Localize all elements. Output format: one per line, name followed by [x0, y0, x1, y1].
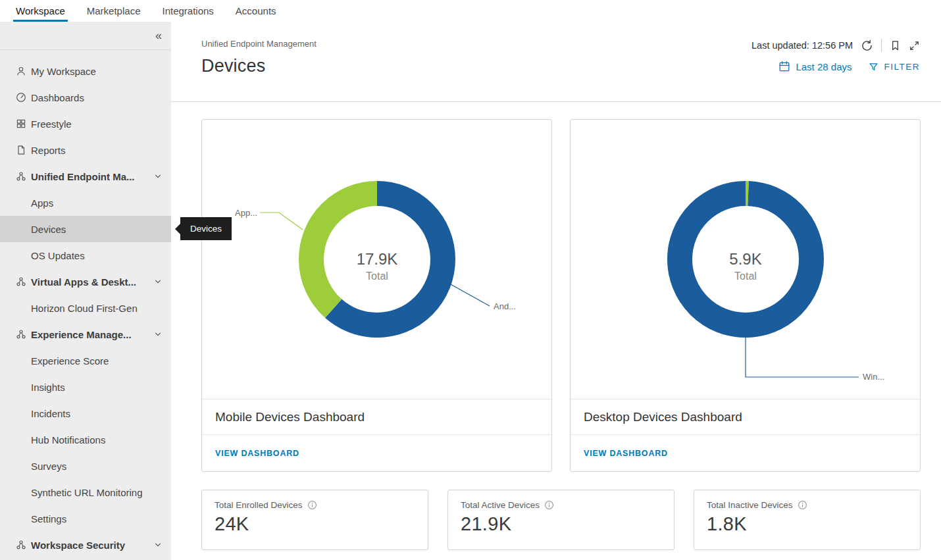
- org-nodes-icon: [16, 540, 26, 550]
- sidebar-item-incidents[interactable]: Incidents: [0, 400, 171, 426]
- bookmark-icon[interactable]: [890, 40, 901, 51]
- sidebar-item-label: Horizon Cloud First-Gen: [31, 303, 138, 314]
- info-icon[interactable]: [798, 500, 807, 510]
- donut-total-value: 5.9K: [729, 250, 761, 268]
- org-nodes-icon: [16, 276, 26, 287]
- filter-label: FILTER: [884, 62, 920, 72]
- kpi-label: Total Active Devices: [461, 500, 540, 510]
- kpi-label: Total Inactive Devices: [707, 500, 793, 510]
- sidebar-item-experience-management[interactable]: Experience Manage...: [0, 321, 171, 347]
- page-header: Unified Endpoint Management Devices Last…: [171, 22, 941, 102]
- donut-total-value: 17.9K: [357, 250, 398, 268]
- breadcrumb: Unified Endpoint Management: [201, 39, 317, 49]
- kpi-label: Total Enrolled Devices: [215, 500, 303, 510]
- sidebar-item-reports[interactable]: Reports: [0, 137, 171, 163]
- header-right: Last updated: 12:56 PM Last 28 days: [751, 39, 920, 101]
- filter-button[interactable]: FILTER: [869, 62, 920, 72]
- sidebar-item-virtual-apps-desktops[interactable]: Virtual Apps & Deskt...: [0, 268, 171, 295]
- view-dashboard-link[interactable]: VIEW DASHBOARD: [215, 449, 299, 458]
- org-nodes-icon: [16, 171, 26, 182]
- desktop-devices-donut-chart: Win... 5.9K Total: [571, 120, 920, 399]
- collapse-sidebar-icon[interactable]: «: [155, 30, 162, 41]
- chevron-down-icon[interactable]: [154, 172, 162, 180]
- sidebar-item-label: OS Updates: [31, 250, 85, 261]
- chevron-down-icon[interactable]: [154, 541, 162, 549]
- sidebar-item-settings[interactable]: Settings: [0, 505, 171, 532]
- refresh-icon[interactable]: [861, 39, 873, 52]
- expand-icon[interactable]: [909, 40, 920, 51]
- sidebar-item-freestyle[interactable]: Freestyle: [0, 111, 171, 137]
- leader-line-apple: [260, 213, 303, 230]
- top-nav: Workspace Marketplace Integrations Accou…: [0, 0, 941, 22]
- sidebar-item-label: Surveys: [31, 461, 66, 472]
- calendar-icon: [778, 61, 790, 72]
- kpi-header: Total Enrolled Devices: [215, 500, 415, 510]
- sidebar-item-devices[interactable]: Devices: [0, 216, 171, 242]
- sidebar-item-synthetic-url-monitoring[interactable]: Synthetic URL Monitoring: [0, 479, 171, 505]
- sidebar-item-my-workspace[interactable]: My Workspace: [0, 58, 171, 84]
- sidebar-item-insights[interactable]: Insights: [0, 374, 171, 400]
- sidebar-item-label: Reports: [31, 145, 66, 156]
- user-icon: [16, 66, 26, 76]
- filter-icon: [869, 62, 878, 72]
- kpi-card-total-inactive-devices: Total Inactive Devices 1.8K: [694, 490, 921, 550]
- sidebar-item-label: Virtual Apps & Deskt...: [31, 276, 136, 288]
- sidebar-item-apps[interactable]: Apps: [0, 190, 171, 216]
- header-left: Unified Endpoint Management Devices: [201, 39, 317, 101]
- sidebar-item-label: Experience Manage...: [31, 329, 132, 340]
- header-actions: Last updated: 12:56 PM: [751, 39, 920, 52]
- slice-label-windows: Win...: [863, 372, 884, 382]
- nav-tab-marketplace[interactable]: Marketplace: [87, 0, 141, 22]
- card-title-row: Desktop Devices Dashboard: [571, 399, 920, 435]
- slice-label-android: And...: [494, 301, 516, 311]
- card-link-row: VIEW DASHBOARD: [202, 435, 551, 471]
- nav-tab-workspace[interactable]: Workspace: [16, 0, 65, 22]
- chevron-down-icon[interactable]: [154, 278, 162, 286]
- sidebar-item-unified-endpoint-management[interactable]: Unified Endpoint Ma...: [0, 163, 171, 190]
- sidebar-item-horizon-cloud-first-gen[interactable]: Horizon Cloud First-Gen: [0, 295, 171, 321]
- slice-label-apple: App...: [235, 208, 257, 218]
- sidebar-item-label: Synthetic URL Monitoring: [31, 487, 143, 498]
- nav-tab-accounts[interactable]: Accounts: [236, 0, 276, 22]
- leader-line-android: [449, 284, 490, 306]
- sidebar-item-experience-score[interactable]: Experience Score: [0, 347, 171, 374]
- desktop-devices-card: Win... 5.9K Total Desktop Devices Dashbo…: [570, 119, 921, 472]
- main-area: Unified Endpoint Management Devices Last…: [171, 22, 941, 560]
- info-icon[interactable]: [307, 500, 317, 510]
- header-divider: [881, 39, 882, 52]
- sidebar-item-label: Incidents: [31, 408, 70, 419]
- sidebar-item-os-updates[interactable]: OS Updates: [0, 242, 171, 268]
- mobile-devices-card: App... And... 17.9K Total Mobile Devices…: [201, 119, 552, 472]
- kpi-row: Total Enrolled Devices 24K Total Active …: [201, 490, 921, 550]
- kpi-header: Total Active Devices: [461, 500, 661, 510]
- mobile-devices-chart-area: App... And... 17.9K Total: [202, 120, 551, 399]
- kpi-header: Total Inactive Devices: [707, 500, 907, 510]
- sidebar-item-hub-notifications[interactable]: Hub Notifications: [0, 426, 171, 453]
- card-link-row: VIEW DASHBOARD: [571, 435, 920, 471]
- sidebar-item-label: Insights: [31, 382, 65, 393]
- chevron-down-icon[interactable]: [154, 330, 162, 338]
- view-dashboard-link[interactable]: VIEW DASHBOARD: [584, 449, 668, 458]
- devices-tooltip: Devices: [180, 217, 232, 240]
- kpi-value: 1.8K: [707, 513, 907, 535]
- leader-line-windows: [746, 338, 859, 377]
- sidebar-item-label: Apps: [31, 197, 53, 209]
- date-range-label: Last 28 days: [796, 61, 852, 72]
- sidebar-nav: My Workspace Dashboards Freestyle Report…: [0, 50, 171, 558]
- info-icon[interactable]: [544, 500, 554, 510]
- nav-tab-integrations[interactable]: Integrations: [162, 0, 213, 22]
- date-range-button[interactable]: Last 28 days: [778, 61, 852, 72]
- sidebar-header: «: [0, 22, 171, 50]
- sidebar-item-label: Hub Notifications: [31, 434, 105, 445]
- last-updated-text: Last updated: 12:56 PM: [751, 40, 853, 51]
- sidebar-item-label: Experience Score: [31, 355, 109, 367]
- sidebar-item-dashboards[interactable]: Dashboards: [0, 84, 171, 111]
- dashboard-cards-row: App... And... 17.9K Total Mobile Devices…: [201, 119, 921, 472]
- card-title: Desktop Devices Dashboard: [584, 410, 742, 424]
- donut-total-label: Total: [366, 270, 388, 282]
- freestyle-icon: [16, 118, 26, 129]
- sidebar-item-surveys[interactable]: Surveys: [0, 453, 171, 479]
- kpi-value: 21.9K: [461, 513, 661, 535]
- page-title: Devices: [201, 56, 317, 76]
- sidebar-item-workspace-security[interactable]: Workspace Security: [0, 532, 171, 558]
